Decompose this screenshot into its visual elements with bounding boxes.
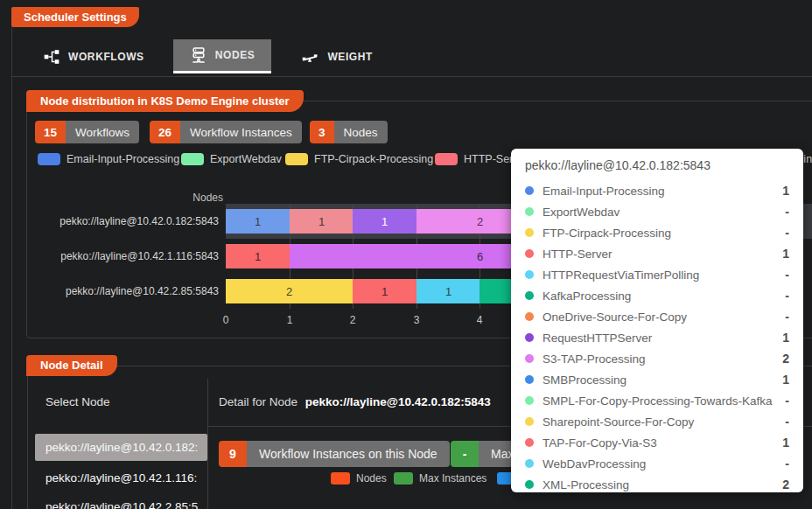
tooltip-series-dot xyxy=(525,291,534,300)
distribution-panel-badge: Node distribution in K8S Demo Engine clu… xyxy=(26,90,304,112)
chart-tooltip: pekko://layline@10.42.0.182:5843 Email-I… xyxy=(511,149,803,492)
tooltip-series-dot xyxy=(525,207,534,216)
tooltip-row: S3-TAP-Processing2 xyxy=(525,348,789,369)
stat-nodes-label: Nodes xyxy=(334,121,388,143)
detail-legend-swatch xyxy=(394,472,413,485)
tooltip-row: Email-Input-Processing1 xyxy=(525,180,789,201)
tooltip-row: Sharepoint-Source-For-Copy- xyxy=(525,411,789,432)
x-axis-tick-label: 0 xyxy=(214,314,237,326)
bar-segment[interactable]: 1 xyxy=(416,279,480,303)
node-list-item[interactable]: pekko://layline@10.42.2.85:5 xyxy=(35,493,207,509)
legend-item[interactable]: ExportWebdav xyxy=(181,153,282,165)
legend-item[interactable]: Email-Input-Processing xyxy=(38,153,179,165)
stat-workflows-value: 15 xyxy=(35,121,66,143)
legend-item[interactable]: FTP-Cirpack-Processing xyxy=(285,153,433,165)
bar-segment[interactable]: 1 xyxy=(353,279,416,303)
detail-legend-swatch xyxy=(331,472,350,485)
tooltip-series-value: - xyxy=(785,457,789,471)
page-title-badge: Scheduler Settings xyxy=(11,7,139,27)
max-instances-value: - xyxy=(451,441,479,467)
instances-on-node-value: 9 xyxy=(219,441,247,467)
y-axis-label: pekko://layline@10.42.1.116:5843 xyxy=(9,250,219,262)
chart-axis-name: Nodes xyxy=(175,192,223,204)
stat-nodes-value: 3 xyxy=(310,121,334,143)
node-list-item[interactable]: pekko://layline@10.42.0.182: xyxy=(35,434,207,461)
tab-nodes-label: NODES xyxy=(215,49,256,61)
tooltip-series-value: 1 xyxy=(782,184,789,198)
tooltip-series-name: RequestHTTPServer xyxy=(542,331,782,345)
tooltip-series-value: - xyxy=(785,268,789,282)
bar-segment[interactable]: 1 xyxy=(353,209,416,234)
instances-on-node-badge: 9 Workflow Instances on this Node xyxy=(219,441,450,467)
nodes-icon xyxy=(190,46,207,64)
tooltip-series-name: OneDrive-Source-For-Copy xyxy=(542,310,785,324)
detail-node-name: pekko://layline@10.42.0.182:5843 xyxy=(305,395,491,408)
weight-icon xyxy=(300,48,319,66)
tooltip-series-name: S3-TAP-Processing xyxy=(542,352,782,366)
detail-legend-label: Nodes xyxy=(356,472,387,485)
tooltip-series-dot xyxy=(525,228,534,237)
tooltip-series-dot xyxy=(525,417,534,426)
tooltip-series-name: HTTPRequestViaTimerPolling xyxy=(542,268,785,282)
stat-workflow-instances-value: 26 xyxy=(150,121,180,143)
tooltip-row: FTP-Cirpack-Processing- xyxy=(525,222,789,243)
stat-nodes: 3 Nodes xyxy=(310,121,388,143)
stat-workflows-label: Workflows xyxy=(66,121,139,143)
tooltip-series-value: 1 xyxy=(782,436,789,450)
tooltip-series-value: - xyxy=(785,310,789,324)
tab-weight[interactable]: WEIGHT xyxy=(284,39,389,73)
tooltip-series-value: 1 xyxy=(782,373,789,387)
tooltip-series-value: - xyxy=(785,415,789,429)
y-axis-label: pekko://layline@10.42.0.182:5843 xyxy=(9,215,219,227)
tooltip-series-name: Sharepoint-Source-For-Copy xyxy=(542,415,785,429)
tooltip-series-dot xyxy=(525,480,534,489)
legend-item-label: FTP-Cirpack-Processing xyxy=(314,153,433,165)
tooltip-series-value: 1 xyxy=(782,247,789,261)
tooltip-series-dot xyxy=(525,354,534,363)
scheduler-settings-page: Scheduler Settings WORKFLOWS NODES WEIGH… xyxy=(0,0,812,509)
node-list-item[interactable]: pekko://layline@10.42.1.116: xyxy=(35,464,207,492)
detail-for-node-title: Detail for Node pekko://layline@10.42.0.… xyxy=(219,395,491,408)
legend-swatch xyxy=(435,153,458,165)
stat-workflow-instances-label: Workflow Instances xyxy=(180,121,302,143)
tooltip-series-value: - xyxy=(785,205,789,219)
tooltip-series-dot xyxy=(525,396,534,405)
detail-legend-label: Max Instances xyxy=(419,472,486,485)
tooltip-series-dot xyxy=(525,438,534,447)
y-axis-label: pekko://layline@10.42.2.85:5843 xyxy=(9,285,219,297)
tooltip-row: TAP-For-Copy-Via-S31 xyxy=(525,432,789,453)
tooltip-series-dot xyxy=(525,333,534,342)
stat-workflows: 15 Workflows xyxy=(35,121,139,143)
tooltip-series-dot xyxy=(525,312,534,321)
tab-workflows-label: WORKFLOWS xyxy=(68,51,144,63)
tooltip-title: pekko://layline@10.42.0.182:5843 xyxy=(525,158,789,174)
tooltip-series-name: KafkaProcessing xyxy=(542,289,785,303)
tooltip-series-name: FTP-Cirpack-Processing xyxy=(542,227,785,240)
tab-nodes[interactable]: NODES xyxy=(173,39,272,73)
legend-item-label: Email-Input-Processing xyxy=(66,153,179,165)
detail-legend-item[interactable]: Max Instances xyxy=(394,472,486,485)
tooltip-series-dot xyxy=(525,249,534,258)
bar-segment[interactable]: 1 xyxy=(226,244,290,268)
tab-bar: WORKFLOWS NODES WEIGHT xyxy=(26,39,389,73)
legend-swatch xyxy=(38,153,60,165)
tooltip-series-value: 1 xyxy=(782,331,789,345)
tooltip-row: KafkaProcessing- xyxy=(525,285,789,306)
bar-segment[interactable]: 1 xyxy=(290,209,354,234)
tooltip-series-name: WebDavProcessing xyxy=(542,457,785,471)
x-axis-tick-label: 2 xyxy=(341,314,364,326)
tooltip-series-name: TAP-For-Copy-Via-S3 xyxy=(542,436,782,450)
tooltip-row: HTTPRequestViaTimerPolling- xyxy=(525,264,789,285)
tab-workflows[interactable]: WORKFLOWS xyxy=(26,39,161,73)
tooltip-series-name: Email-Input-Processing xyxy=(542,185,782,198)
bar-segment[interactable]: 1 xyxy=(226,209,290,234)
legend-swatch xyxy=(285,153,308,165)
bar-segment[interactable]: 2 xyxy=(226,279,353,303)
stat-workflow-instances: 26 Workflow Instances xyxy=(150,121,302,143)
legend-swatch xyxy=(181,153,204,165)
x-axis-tick-label: 1 xyxy=(278,314,301,326)
tooltip-series-value: - xyxy=(785,226,789,240)
tooltip-series-dot xyxy=(525,186,534,195)
detail-legend-item[interactable]: Nodes xyxy=(331,472,387,485)
tooltip-series-value: - xyxy=(785,289,789,303)
